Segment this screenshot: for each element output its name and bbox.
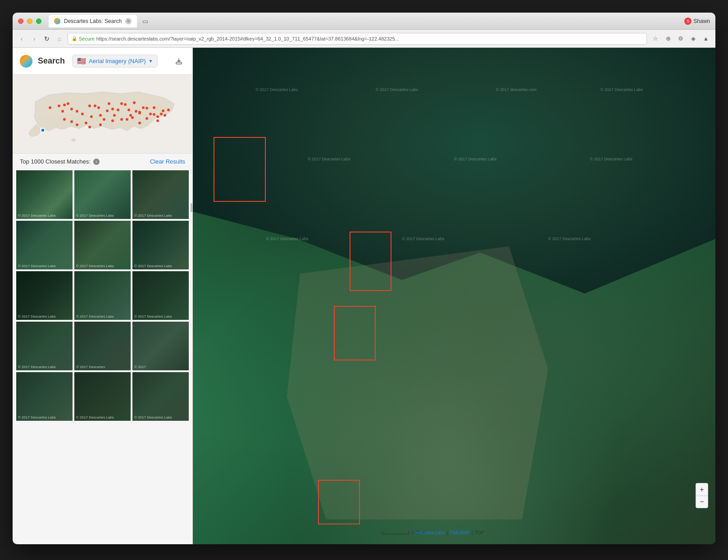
minimap-dot (88, 126, 91, 128)
browser-ext-3[interactable]: ◈ (688, 34, 698, 44)
zoom-out-button[interactable]: − (696, 496, 708, 508)
mini-map[interactable] (13, 75, 192, 154)
minimap-dot (156, 115, 159, 118)
home-button[interactable]: ⌂ (55, 34, 64, 43)
maximize-button[interactable] (36, 18, 41, 24)
grid-item[interactable]: © 2017 Descartes Labs (16, 221, 73, 269)
scrollbar-thumb[interactable] (191, 203, 192, 212)
browser-ext-1[interactable]: ⊕ (663, 34, 673, 44)
results-header: Top 1000 Closest Matches: i Clear Result… (13, 154, 192, 168)
grid-item[interactable]: © 2017 Descartes Labs (74, 221, 131, 269)
grid-item[interactable]: © 2017 Descartes Labs (16, 170, 73, 219)
minimap-dot (117, 109, 119, 111)
layer-name-label: Aerial Imagery (NAIP) (89, 58, 146, 64)
minimap-dot (127, 109, 130, 111)
minimap-dot (70, 108, 73, 110)
grid-item[interactable]: © 2017 Descartes Labs (132, 271, 189, 320)
minimize-button[interactable] (27, 18, 32, 24)
attribution-top: TOP (475, 530, 484, 535)
attribution-source-link[interactable]: FSA NAIP (450, 530, 470, 535)
map-watermark-9: © 2017 Descartes Labs (402, 237, 444, 241)
map-watermark-6: © 2017 Descartes Labs (454, 157, 496, 161)
thumbnail-watermark: © 2017 Descartes Labs (134, 415, 172, 419)
sidebar-header: Search 🇺🇸 Aerial Imagery (NAIP) ▼ (13, 48, 192, 75)
clear-results-link[interactable]: Clear Results (150, 158, 185, 165)
forward-button[interactable]: › (30, 34, 39, 43)
map-watermark-4: © 2017 Descartes Labs (601, 87, 643, 92)
browser-actions: ☆ ⊕ ⚙ ◈ ▲ (651, 34, 711, 44)
grid-item[interactable]: © 2017 Descartes Labs (74, 170, 131, 219)
minimap-dot (153, 113, 155, 116)
app-logo (20, 55, 32, 68)
thumbnail-watermark: © 2017 Descartes Labs (18, 264, 56, 268)
bookmark-button[interactable]: ☆ (651, 34, 660, 44)
minimap-dot (76, 123, 78, 126)
map-area[interactable]: © 2017 Descartes Labs © 2017 Descartes L… (193, 48, 715, 544)
grid-item[interactable]: © 2017 Descartes Labs (16, 271, 73, 320)
tab-favicon (54, 18, 60, 24)
active-tab[interactable]: Descartes Labs: Search ✕ (49, 15, 137, 27)
thumbnail-watermark: © 2017 Descartes Labs (18, 365, 56, 369)
refresh-button[interactable]: ↻ (42, 34, 51, 43)
grid-row: © 2017 Descartes Labs© 2017 Descartes La… (16, 170, 189, 219)
minimap-dot (81, 113, 84, 115)
tab-label: Descartes Labs: Search (64, 18, 122, 24)
minimap-dot (149, 113, 152, 115)
minimap-dot (120, 118, 123, 121)
url-secure-label: Secure (79, 36, 95, 41)
mini-map-background (13, 75, 192, 153)
thumbnail-watermark: © 2017 Descartes Labs (134, 314, 172, 319)
thumbnail-watermark: © 2017 Descartes Labs (76, 314, 114, 319)
browser-ext-2[interactable]: ⚙ (676, 34, 686, 44)
image-grid[interactable]: © 2017 Descartes Labs© 2017 Descartes La… (13, 168, 192, 544)
minimap-dot (111, 119, 114, 122)
map-watermark-7: © 2017 Descartes Labs (590, 157, 632, 161)
zoom-in-button[interactable]: + (696, 483, 708, 496)
user-avatar: S (684, 18, 692, 25)
town-overlay (287, 246, 548, 519)
browser-ext-4[interactable]: ▲ (701, 34, 711, 44)
grid-item[interactable]: © 2017 Descartes Labs (132, 221, 189, 269)
export-button[interactable] (173, 55, 185, 68)
grid-item[interactable]: © 2017 Descartes Labs (132, 372, 189, 421)
minimap-dot (111, 108, 114, 110)
grid-item[interactable]: © 2017 Descartes Labs (16, 322, 73, 370)
layer-selector[interactable]: 🇺🇸 Aerial Imagery (NAIP) ▼ (72, 55, 158, 68)
minimap-dot (88, 105, 91, 107)
info-icon[interactable]: i (93, 159, 100, 165)
thumbnail-watermark: © 2017 Descartes Labs (76, 214, 114, 218)
map-watermark-5: © 2017 Descartes Labs (308, 157, 350, 161)
grid-item[interactable]: © 2017 Descartes (74, 322, 131, 370)
minimap-dot (124, 103, 127, 106)
grid-item[interactable]: © 2017 Descartes Labs (132, 170, 189, 219)
minimap-dot (142, 106, 145, 109)
minimap-dot (133, 101, 136, 104)
tab-close-button[interactable]: ✕ (125, 18, 132, 24)
thumbnail-watermark: © 2017 Descartes Labs (76, 415, 114, 419)
thumbnail-watermark: © 2017 Descartes Labs (134, 214, 172, 218)
minimap-dot (85, 122, 87, 124)
browser-window: Descartes Labs: Search ✕ ▭ S Shawn ‹ › ↻… (13, 13, 715, 544)
minimap-dot (90, 115, 93, 118)
minimap-dot (63, 104, 66, 106)
attribution-separator: | (446, 530, 448, 535)
attribution-main-link[interactable]: Descartes Labs (414, 530, 445, 535)
minimap-dot (49, 106, 51, 109)
grid-item[interactable]: © 2017 Descartes Labs (74, 372, 131, 421)
attribution-separator-2: | (472, 530, 473, 535)
close-button[interactable] (18, 18, 23, 24)
map-watermark-2: © 2017 Descartes Labs (376, 87, 418, 92)
minimap-dot (61, 110, 64, 113)
secure-icon: 🔒 (72, 36, 77, 41)
back-button[interactable]: ‹ (17, 34, 26, 43)
minimap-dot (146, 107, 148, 109)
new-tab-button[interactable]: ▭ (141, 17, 150, 26)
user-name-label: Shawn (693, 18, 710, 24)
grid-item[interactable]: © 2017 Descartes Labs (74, 271, 131, 320)
sidebar: Search 🇺🇸 Aerial Imagery (NAIP) ▼ (13, 48, 193, 544)
current-location-marker (41, 128, 45, 132)
url-bar[interactable]: 🔒 Secure https://search.descarteslabs.co… (68, 33, 647, 45)
grid-item[interactable]: © 2017 (132, 322, 189, 370)
grid-item[interactable]: © 2017 Descartes Labs (16, 372, 73, 421)
user-profile[interactable]: S Shawn (684, 18, 710, 25)
